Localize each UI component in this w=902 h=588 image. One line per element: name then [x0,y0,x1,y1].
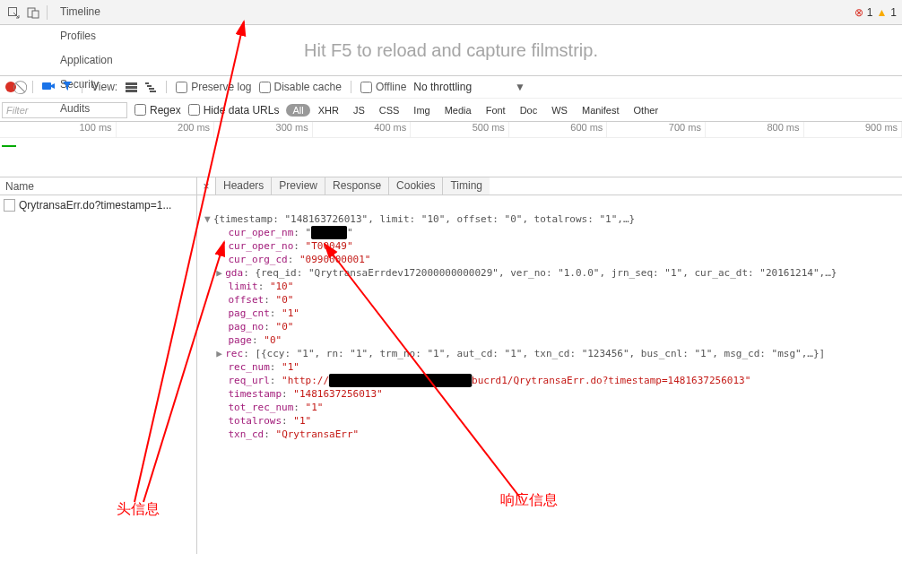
devtools-tabbar: ElementsConsoleSourcesNetworkTimelinePro… [0,0,902,25]
preserve-log-checkbox[interactable]: Preserve log [176,81,251,93]
svg-rect-7 [145,82,149,84]
status-indicators: ⊗ 1 ▲ 1 [854,6,902,19]
timeline-tick: 300 ms [214,122,313,137]
close-details-icon[interactable]: × [197,180,215,193]
expand-icon[interactable]: ▶ [216,347,225,360]
preview-body[interactable]: ▼{timestamp: "148163726013", limit: "10"… [197,195,902,554]
separator [32,81,33,93]
filter-chip-doc[interactable]: Doc [514,104,544,117]
throttling-select[interactable]: No throttling [413,81,472,93]
regex-checkbox[interactable]: Regex [134,104,181,117]
warning-icon[interactable]: ▲ [876,6,887,19]
warning-count[interactable]: 1 [890,6,897,19]
detail-tab-timing[interactable]: Timing [443,177,490,195]
redacted-value: ████████████████████████ [329,374,472,387]
network-toolbar: ⃠ View: Preserve log Disable cache Offli… [0,75,902,99]
timeline-tick: 900 ms [804,122,903,137]
svg-rect-8 [147,85,152,87]
json-key: offset [229,294,265,306]
large-rows-icon[interactable] [125,81,137,93]
element-picker-icon[interactable] [4,3,23,22]
file-icon [4,199,15,212]
timeline-overview[interactable] [0,138,902,177]
offline-checkbox[interactable]: Offline [360,81,406,93]
json-key: timestamp [229,388,282,400]
expand-icon[interactable]: ▶ [216,266,225,280]
timeline-hint: Hit F5 to reload and capture filmstrip. [0,25,902,75]
filter-chip-css[interactable]: CSS [373,104,406,117]
filter-chip-ws[interactable]: WS [545,104,574,117]
redacted-value: ██████ [311,226,347,239]
timeline-ruler: 100 ms200 ms300 ms400 ms500 ms600 ms700 … [0,122,902,138]
timeline-tick: 800 ms [706,122,804,137]
name-column-header[interactable]: Name [0,177,197,195]
separator [82,81,82,93]
tab-timeline[interactable]: Timeline [51,0,122,24]
svg-rect-9 [149,88,154,90]
json-key: req_url [229,375,270,386]
expand-icon[interactable]: ▼ [204,212,213,226]
body-split: QrytransaErr.do?timestamp=1... ▼{timesta… [0,195,902,554]
detail-tab-headers[interactable]: Headers [215,177,272,195]
svg-rect-3 [42,82,51,90]
json-key: cur_oper_nm [229,227,294,238]
timeline-tick: 600 ms [509,122,608,137]
svg-rect-10 [150,91,156,92]
json-key: cur_oper_no [229,240,294,252]
timeline-bar [2,145,16,147]
timeline-tick: 500 ms [411,122,509,137]
timeline-tick: 400 ms [313,122,412,137]
separator [166,81,167,93]
json-key: rec_num [229,361,270,373]
filter-chip-js[interactable]: JS [347,104,371,117]
detail-tab-cookies[interactable]: Cookies [389,177,443,195]
json-key: page [229,334,253,346]
timeline-tick: 100 ms [18,122,117,137]
json-key: tot_rec_num [229,402,294,413]
filter-input[interactable]: Filter [2,102,127,118]
record-button[interactable] [5,82,16,92]
filter-chip-font[interactable]: Font [480,104,512,117]
json-key: txn_cd [229,428,265,440]
json-key: limit [229,281,258,292]
detail-tabs: × HeadersPreviewResponseCookiesTiming [197,177,490,195]
request-row[interactable]: QrytransaErr.do?timestamp=1... [0,197,196,213]
svg-rect-5 [126,86,137,89]
svg-rect-4 [126,82,137,85]
device-toggle-icon[interactable] [23,3,43,22]
error-count[interactable]: 1 [867,6,873,19]
detail-tab-response[interactable]: Response [325,177,389,195]
filter-toolbar: Filter Regex Hide data URLs AllXHRJSCSSI… [0,99,902,122]
json-key: gda [225,267,243,279]
waterfall-icon[interactable] [144,81,157,93]
filter-icon[interactable] [62,81,73,94]
json-key: cur_org_cd [229,254,288,265]
json-root-summary: {timestamp: "14816372 [213,213,338,225]
details-header: Name × HeadersPreviewResponseCookiesTimi… [0,177,902,195]
filter-chip-xhr[interactable]: XHR [312,104,345,117]
filter-chip-manifest[interactable]: Manifest [576,104,626,117]
timeline-tick: 700 ms [607,122,706,137]
filter-chip-other[interactable]: Other [628,104,665,117]
separator [351,81,351,93]
filter-chip-media[interactable]: Media [438,104,478,117]
hide-data-urls-checkbox[interactable]: Hide data URLs [188,104,280,117]
json-key: pag_cnt [229,307,270,319]
svg-rect-6 [126,90,137,92]
tab-application[interactable]: Application [51,48,122,73]
dropdown-icon[interactable]: ▼ [515,81,525,93]
filter-chip-img[interactable]: Img [407,104,436,117]
request-list: QrytransaErr.do?timestamp=1... [0,195,197,554]
camera-icon[interactable] [42,81,55,94]
view-label: View: [91,81,117,93]
request-name: QrytransaErr.do?timestamp=1... [19,199,171,212]
tab-profiles[interactable]: Profiles [51,24,122,48]
json-key: totalrows [229,415,282,427]
separator [47,5,48,20]
json-key: pag_no [229,321,265,333]
detail-tab-preview[interactable]: Preview [272,177,325,195]
filter-chip-all[interactable]: All [286,104,309,117]
disable-cache-checkbox[interactable]: Disable cache [259,81,342,93]
timeline-tick: 200 ms [117,122,215,137]
error-icon[interactable]: ⊗ [854,6,863,19]
